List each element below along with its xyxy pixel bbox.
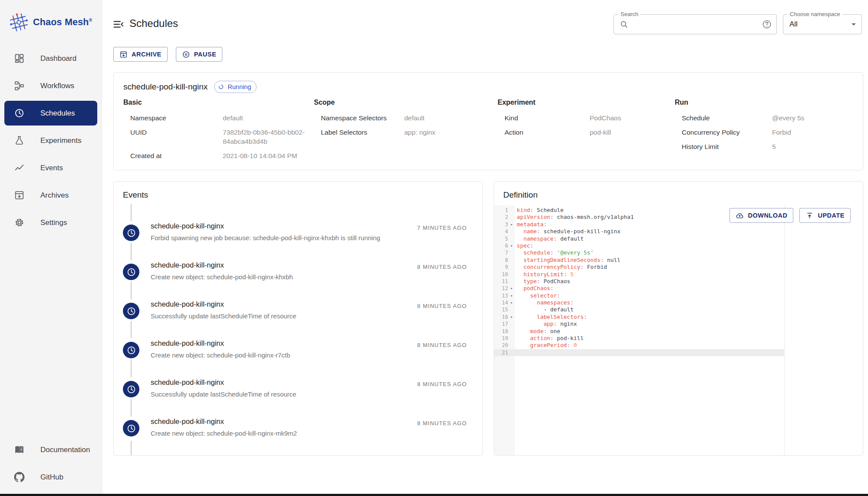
sidebar-item-github[interactable]: GitHub xyxy=(4,465,97,489)
cloud-download-icon xyxy=(736,212,744,220)
window-bottom-edge xyxy=(0,494,868,496)
event-name: schedule-pod-kill-nginx xyxy=(151,339,290,347)
section-title: Scope xyxy=(314,99,498,106)
code-line-text: app: nginx xyxy=(515,321,577,327)
code-line-text: labelSelectors: xyxy=(515,314,587,321)
menu-toggle-button[interactable] xyxy=(112,18,125,30)
sidebar: Chaos Mesh® Dashboard Workflows Schedule… xyxy=(0,0,102,494)
timeline-connector xyxy=(131,282,132,299)
code-line-text: name: schedule-pod-kill-nginx xyxy=(515,228,620,235)
events-icon xyxy=(14,162,25,173)
line-number: 5 xyxy=(494,235,508,242)
section-rows: Kind PodChaos Action pod-kill xyxy=(498,113,675,137)
chevron-down-icon xyxy=(848,19,859,30)
code-line-text: mode: one xyxy=(515,328,560,335)
code-line-text: - default xyxy=(515,306,574,313)
status-badge: Running xyxy=(214,81,257,93)
line-number: 2 xyxy=(494,214,508,221)
fold-arrow-icon[interactable]: ▾ xyxy=(508,292,515,299)
event-body: schedule-pod-kill-nginx Successfully upd… xyxy=(151,291,296,331)
event-avatar xyxy=(123,420,139,436)
code-line: 19 ▾ action: pod-kill xyxy=(494,335,863,342)
fold-arrow-icon[interactable]: ▾ xyxy=(508,299,515,306)
yaml-editor[interactable]: 1 ▾ kind: Schedule 2 ▾ apiVersion: chaos… xyxy=(494,205,863,455)
event-message: Successfully update lastScheduleTime of … xyxy=(151,312,296,320)
update-button[interactable]: UPDATE xyxy=(799,208,851,223)
sidebar-nav: Dashboard Workflows Schedules Experiment… xyxy=(4,46,97,238)
code-line-text: selector: xyxy=(515,292,560,299)
brand-logo[interactable]: Chaos Mesh® xyxy=(9,12,92,33)
sidebar-item-archives[interactable]: Archives xyxy=(4,183,97,208)
pause-button[interactable]: PAUSE xyxy=(176,47,222,62)
sidebar-item-label: Settings xyxy=(40,218,67,227)
code-line: 13 ▾ selector: xyxy=(494,292,863,299)
event-avatar xyxy=(123,381,139,397)
event-timestamp: 8 MINUTES AGO xyxy=(417,331,482,370)
line-number: 21 xyxy=(494,349,508,356)
code-line-text: namespaces: xyxy=(515,299,574,306)
code-line: 14 ▾ namespaces: xyxy=(494,299,863,306)
line-number: 4 xyxy=(494,228,508,235)
page-title: Schedules xyxy=(129,17,178,30)
definition-actions: DOWNLOAD UPDATE xyxy=(729,208,851,223)
line-number: 9 xyxy=(494,264,508,271)
line-number: 10 xyxy=(494,271,508,278)
sidebar-item-events[interactable]: Events xyxy=(4,155,97,180)
detail-row: Created at 2021-08-10 14:04:04 PM xyxy=(123,151,314,160)
section-rows: Namespace default UUID 7382bf2b-0b36-45b… xyxy=(123,113,314,160)
detail-row-value: @every 5s xyxy=(772,113,804,122)
code-line: 21 ▾ xyxy=(494,349,863,356)
events-panel: Events schedule-pod-kill-nginx Forbid sp… xyxy=(113,181,483,456)
line-number: 19 xyxy=(494,335,508,342)
event-timestamp: 8 MINUTES AGO xyxy=(417,252,482,291)
code-line: 8 ▾ startingDeadlineSeconds: null xyxy=(494,257,863,264)
detail-row: UUID 7382bf2b-0b36-45b0-bb02-84abca4b3d4… xyxy=(123,128,314,146)
detail-section: Scope Namespace Selectors default Label … xyxy=(314,99,498,165)
sidebar-item-dashboard[interactable]: Dashboard xyxy=(4,46,97,71)
code-line: 15 ▾ - default xyxy=(494,306,863,313)
code-line: 20 ▾ gracePeriod: 0 xyxy=(494,342,863,349)
detail-section: Basic Namespace default UUID 7382bf2b-0b… xyxy=(123,99,314,165)
namespace-select[interactable]: Choose namespace All xyxy=(783,14,862,34)
code-line-text: metadata: xyxy=(515,221,547,228)
archives-icon xyxy=(14,190,25,201)
schedule-detail-header: schedule-pod-kill-nginx Running xyxy=(123,81,257,93)
sidebar-item-settings[interactable]: Settings xyxy=(4,210,97,235)
code-line-text: schedule: '@every 5s' xyxy=(515,249,594,256)
fold-arrow-icon[interactable]: ▾ xyxy=(508,221,515,228)
event-timestamp: 8 MINUTES AGO xyxy=(417,409,482,448)
experiments-icon xyxy=(14,135,25,146)
events-panel-title: Events xyxy=(123,190,148,200)
event-body: schedule-pod-kill-nginx Create new objec… xyxy=(151,252,293,291)
fold-arrow-icon[interactable]: ▾ xyxy=(508,314,515,321)
fold-arrow-icon[interactable]: ▾ xyxy=(508,285,515,292)
code-line: 17 ▾ app: nginx xyxy=(494,321,863,327)
sidebar-footer-nav: Documentation GitHub xyxy=(4,437,97,492)
clock-icon xyxy=(126,384,136,394)
detail-row-label: Namespace Selectors xyxy=(321,113,404,122)
pause-circle-icon xyxy=(182,50,190,59)
archive-button[interactable]: ARCHIVE xyxy=(113,47,168,62)
search-help-button[interactable] xyxy=(762,19,772,30)
fold-arrow-icon[interactable]: ▾ xyxy=(508,242,515,249)
schedules-icon xyxy=(14,108,25,119)
detail-row-value: default xyxy=(223,113,243,122)
sidebar-item-workflows[interactable]: Workflows xyxy=(4,73,97,98)
search-field: Search xyxy=(614,14,777,34)
code-line-text: action: pod-kill xyxy=(515,335,584,342)
timeline-connector xyxy=(131,360,132,377)
search-input[interactable] xyxy=(631,20,759,29)
sidebar-item-schedules[interactable]: Schedules xyxy=(4,101,97,126)
event-body: schedule-pod-kill-nginx Create new objec… xyxy=(151,331,290,370)
dashboard-icon xyxy=(14,53,25,64)
event-message: Successfully update lastScheduleTime of … xyxy=(151,390,296,398)
line-number: 18 xyxy=(494,328,508,335)
download-button[interactable]: DOWNLOAD xyxy=(729,208,793,223)
line-number: 6 xyxy=(494,242,508,249)
sidebar-item-documentation[interactable]: Documentation xyxy=(4,437,97,462)
event-name: schedule-pod-kill-nginx xyxy=(151,300,296,308)
schedule-detail-card: schedule-pod-kill-nginx Running Basic Na… xyxy=(113,72,863,170)
detail-row: Kind PodChaos xyxy=(498,113,675,122)
detail-row-value: app: nginx xyxy=(404,128,436,137)
sidebar-item-experiments[interactable]: Experiments xyxy=(4,128,97,153)
